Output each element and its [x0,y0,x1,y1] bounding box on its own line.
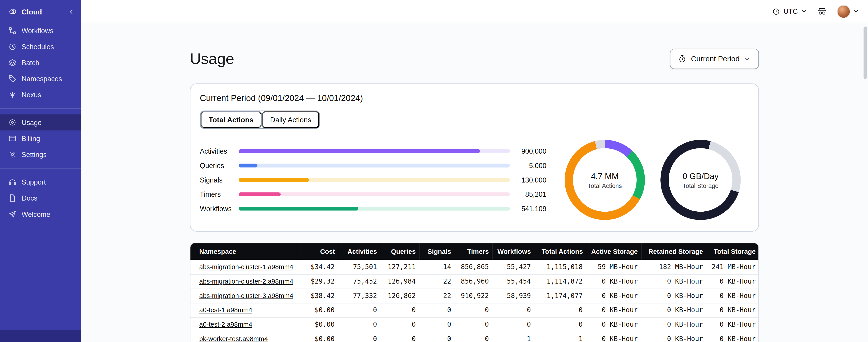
column-header: Cost [297,243,339,260]
chevron-down-icon [853,8,859,14]
sidebar-item-docs[interactable]: Docs [0,190,81,206]
column-header: Total Storage [707,243,759,260]
value-cell: 0 KB-Hour [707,332,759,342]
sidebar-item-settings[interactable]: Settings [0,146,81,163]
value-cell: 22 [420,274,455,288]
value-cell: $29.32 [297,274,339,288]
namespace-cell: bk-worker-test.a98mm4 [190,332,297,342]
column-header: Namespace [190,243,297,260]
topbar: UTC [81,0,868,23]
value-cell: 0 KB-Hour [587,274,642,288]
bar-fill [239,164,257,167]
welcome-icon [8,210,17,218]
namespace-link[interactable]: bk-worker-test.a98mm4 [199,335,268,342]
tab-total-actions[interactable]: Total Actions [200,111,262,128]
value-cell: 0 KB-Hour [642,317,707,332]
namespace-cell: abs-migration-cluster-3.a98mm4 [190,288,297,303]
sidebar-item-welcome[interactable]: Welcome [0,206,81,222]
nav-label: Settings [22,151,47,158]
sidebar-bottom-shade [0,330,81,342]
card-title: Current Period (09/01/2024 — 10/01/2024) [200,93,749,103]
value-cell: 0 KB-Hour [707,288,759,303]
column-header: Workflows [493,243,535,260]
bar-value: 130,000 [510,176,547,184]
value-cell: 0 [455,303,493,317]
namespace-link[interactable]: abs-migration-cluster-2.a98mm4 [199,277,293,285]
bar-row-signals: Signals 130,000 [200,173,547,187]
bar-value: 900,000 [510,147,547,155]
namespace-cell: a0-test-1.a98mm4 [190,303,297,317]
sidebar-collapse-button[interactable] [67,8,75,15]
table-row: abs-migration-cluster-2.a98mm4$29.3275,4… [190,274,759,288]
value-cell: 0 KB-Hour [642,274,707,288]
nexus-icon [8,91,17,99]
sidebar-item-schedules[interactable]: Schedules [0,39,81,55]
value-cell: $38.42 [297,288,339,303]
table-row: abs-migration-cluster-3.a98mm4$38.4277,3… [190,288,759,303]
total-actions-donut: 4.7 MM Total Actions [565,140,645,220]
value-cell: 126,862 [381,288,420,303]
value-cell: 0 [381,332,420,342]
namespace-link[interactable]: a0-test-1.a98mm4 [199,306,252,314]
bar-label: Timers [200,191,239,198]
value-cell: 910,922 [455,288,493,303]
usage-table-body: abs-migration-cluster-1.a98mm4$34.4275,5… [190,260,759,342]
sidebar-item-support[interactable]: Support [0,174,81,190]
nav-section-help: Support Docs Welcome [0,168,81,228]
value-cell: 0 [339,303,381,317]
usage-icon [8,118,17,127]
bar-label: Queries [200,162,239,169]
nav-section-main: Workflows Schedules Batch Namespaces Nex… [0,22,81,108]
namespace-cell: abs-migration-cluster-2.a98mm4 [190,274,297,288]
timezone-selector[interactable]: UTC [772,7,807,15]
namespace-link[interactable]: abs-migration-cluster-1.a98mm4 [199,263,293,271]
value-cell: 0 KB-Hour [707,317,759,332]
bar-fill [239,207,358,210]
sidebar-item-batch[interactable]: Batch [0,55,81,71]
donut-value: 4.7 MM [591,171,619,180]
value-cell: 0 [339,332,381,342]
bar-track [239,207,510,210]
donut-label: Total Storage [683,182,718,189]
clock-icon [772,7,780,15]
sidebar-item-workflows[interactable]: Workflows [0,23,81,39]
user-avatar[interactable] [837,5,850,18]
sidebar-item-billing[interactable]: Billing [0,130,81,146]
chevron-down-icon [801,8,807,14]
page-title: Usage [190,50,234,68]
value-cell: 0 [493,303,535,317]
donut-center: 0 GB/Day Total Storage [669,148,733,212]
user-menu[interactable] [837,5,859,18]
bar-label: Signals [200,176,239,184]
value-cell: $34.42 [297,260,339,274]
value-cell: 0 KB-Hour [707,274,759,288]
brand-label: Cloud [22,7,42,16]
scrollbar-thumb[interactable] [864,27,867,79]
tab-daily-actions[interactable]: Daily Actions [262,111,320,128]
sidebar-item-nexus[interactable]: Nexus [0,87,81,103]
value-cell: 75,452 [339,274,381,288]
nav-label: Batch [22,59,39,67]
temporal-logo-icon [8,7,17,16]
column-header: Total Actions [535,243,587,260]
actions-bar-chart: Activities 900,000 Queries 5,000 Signals [200,144,547,216]
value-cell: 0 [381,317,420,332]
value-cell: 0 KB-Hour [587,288,642,303]
value-cell: 856,865 [455,260,493,274]
nav-label: Nexus [22,91,41,99]
value-cell: $0.00 [297,332,339,342]
value-cell: 0 [455,332,493,342]
nav-label: Namespaces [22,75,62,82]
value-cell: 0 [535,303,587,317]
namespace-link[interactable]: abs-migration-cluster-3.a98mm4 [199,292,293,300]
value-cell: 241 MB-Hour [707,260,759,274]
period-selector-button[interactable]: Current Period [670,49,759,69]
sidebar-item-usage[interactable]: Usage [0,114,81,130]
billing-icon [8,134,17,143]
namespace-link[interactable]: a0-test-2.a98mm4 [199,320,252,328]
schedules-icon [8,43,17,51]
incognito-button[interactable] [817,6,827,16]
value-cell: 0 [339,317,381,332]
sidebar-item-namespaces[interactable]: Namespaces [0,71,81,87]
donut-value: 0 GB/Day [683,171,718,180]
